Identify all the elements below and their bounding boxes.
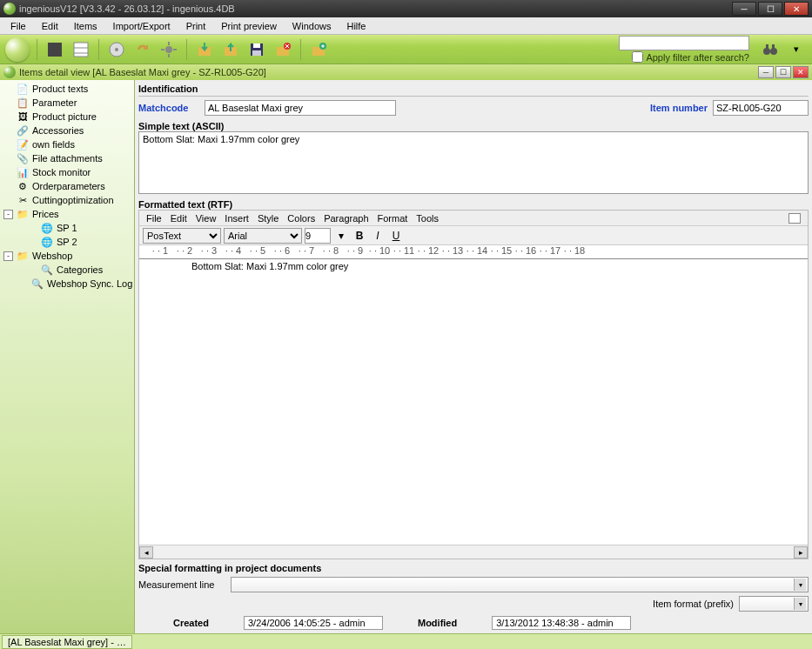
sidebar-item-label: Product picture — [32, 111, 97, 122]
rtf-menu-colors[interactable]: Colors — [287, 213, 315, 224]
menu-import-export[interactable]: Import/Export — [106, 19, 178, 33]
svg-point-6 — [165, 46, 172, 53]
gear-icon[interactable] — [158, 39, 179, 60]
subwin-minimize[interactable]: ─ — [758, 66, 774, 78]
rtf-editor-box: File Edit View Insert Style Colors Parag… — [138, 210, 809, 559]
logo-icon — [5, 37, 30, 62]
save-icon[interactable] — [246, 39, 267, 60]
sidebar-item-label: Orderparameters — [32, 181, 105, 191]
sidebar-item-categories[interactable]: 🔍Categories — [2, 263, 132, 277]
subwin-close[interactable]: ✕ — [793, 66, 809, 78]
rtf-hscroll[interactable]: ◂ ▸ — [139, 545, 808, 559]
itemnumber-input[interactable] — [713, 100, 809, 116]
box-delete-icon[interactable] — [272, 39, 293, 60]
rtf-text: Bottom Slat: Maxi 1.97mm color grey — [191, 261, 348, 271]
rtf-content[interactable]: Bottom Slat: Maxi 1.97mm color grey — [139, 259, 808, 545]
bold-button[interactable]: B — [352, 228, 367, 244]
tree-icon: ⚙ — [17, 180, 29, 192]
sidebar-item-prices[interactable]: -📁Prices — [2, 207, 132, 221]
sidebar-item-label: Parameter — [32, 97, 77, 108]
menubar: File Edit Items Import/Export Print Prin… — [0, 17, 812, 35]
menu-items[interactable]: Items — [67, 19, 104, 33]
sidebar-item-parameter[interactable]: 📋Parameter — [2, 96, 132, 110]
rtf-font-select[interactable]: Arial — [224, 228, 302, 244]
rtf-style-select[interactable]: PosText — [143, 228, 221, 244]
measurement-line-combo[interactable]: ▾ — [231, 577, 809, 592]
search-input[interactable] — [619, 36, 749, 50]
sync-icon[interactable] — [132, 39, 153, 60]
sidebar-item-accessories[interactable]: 🔗Accessories — [2, 124, 132, 137]
minimize-button[interactable]: ─ — [732, 2, 756, 16]
sidebar-item-orderparameters[interactable]: ⚙Orderparameters — [2, 179, 132, 193]
modified-value: 3/13/2012 13:48:38 - admin — [492, 616, 631, 630]
menu-hilfe[interactable]: Hilfe — [339, 19, 372, 33]
grid-light-icon[interactable] — [70, 39, 91, 60]
rtf-menu-view[interactable]: View — [196, 213, 217, 224]
rtf-right-icon[interactable] — [789, 213, 801, 224]
sidebar-item-webshop[interactable]: -📁Webshop — [2, 249, 132, 263]
sidebar-item-sp-1[interactable]: 🌐SP 1 — [2, 221, 132, 235]
box-add-icon[interactable] — [308, 39, 329, 60]
menu-windows[interactable]: Windows — [285, 19, 339, 33]
sidebar-item-file-attachments[interactable]: 📎File attachments — [2, 151, 132, 165]
sidebar-item-product-picture[interactable]: 🖼Product picture — [2, 110, 132, 124]
tree-icon: 📝 — [17, 138, 29, 151]
svg-rect-14 — [253, 43, 260, 48]
svg-rect-1 — [74, 43, 88, 57]
binoculars-icon[interactable] — [760, 39, 781, 60]
menu-file[interactable]: File — [3, 19, 33, 33]
rtf-menu-paragraph[interactable]: Paragraph — [324, 213, 368, 224]
tree-icon: 🌐 — [41, 236, 53, 248]
sidebar-item-webshop-sync.-log[interactable]: 🔍Webshop Sync. Log — [2, 277, 132, 291]
sidebar-item-stock-monitor[interactable]: 📊Stock monitor — [2, 165, 132, 179]
dropdown-icon[interactable]: ▾ — [786, 39, 807, 60]
italic-button[interactable]: I — [370, 228, 386, 244]
disc-icon[interactable] — [106, 39, 127, 60]
modified-label: Modified — [418, 618, 457, 628]
sidebar-item-label: Webshop Sync. Log — [47, 278, 132, 289]
scroll-left-icon[interactable]: ◂ — [139, 546, 153, 559]
subwindow-titlebar: Items detail view [AL Baseslat Maxi grey… — [0, 64, 812, 80]
rtf-menu-tools[interactable]: Tools — [416, 213, 439, 224]
created-value: 3/24/2006 14:05:25 - admin — [244, 616, 383, 630]
underline-button[interactable]: U — [388, 228, 404, 244]
rtf-menu-format[interactable]: Format — [378, 213, 408, 224]
grid-dark-icon[interactable] — [44, 39, 65, 60]
close-button[interactable]: ✕ — [784, 2, 809, 16]
menu-print[interactable]: Print — [179, 19, 213, 33]
rtf-size-input[interactable] — [305, 228, 331, 244]
svg-rect-22 — [766, 44, 768, 50]
sidebar-item-product-texts[interactable]: 📄Product texts — [2, 82, 132, 96]
sidebar-item-label: Prices — [32, 209, 59, 219]
tree-icon: 🔗 — [17, 124, 29, 137]
item-format-combo[interactable]: ▾ — [739, 596, 809, 612]
sidebar-item-cuttingoptimization[interactable]: ✂Cuttingoptimization — [2, 193, 132, 207]
menu-print-preview[interactable]: Print preview — [214, 19, 284, 33]
measurement-line-label: Measurement line — [138, 579, 225, 590]
box-out-icon[interactable] — [220, 39, 241, 60]
rtf-menu-style[interactable]: Style — [258, 213, 278, 224]
app-icon — [3, 3, 16, 15]
scroll-right-icon[interactable]: ▸ — [794, 546, 808, 559]
rtf-menu-file[interactable]: File — [146, 213, 162, 224]
tree-icon: 📁 — [17, 208, 29, 220]
tree-icon: 🔍 — [31, 278, 44, 290]
sidebar-item-label: SP 1 — [57, 223, 77, 233]
simpletext-input[interactable] — [138, 131, 809, 194]
rtf-menu-edit[interactable]: Edit — [171, 213, 187, 224]
content-panel: Identification Matchcode Item number Sim… — [135, 80, 812, 633]
menu-edit[interactable]: Edit — [35, 19, 65, 33]
box-in-icon[interactable] — [194, 39, 215, 60]
simpletext-label: Simple text (ASCII) — [138, 121, 809, 131]
taskbar-item[interactable]: [AL Baseslat Maxi grey] - [SZ-RL005-G — [2, 635, 132, 649]
sidebar-tree: 📄Product texts📋Parameter🖼Product picture… — [0, 80, 135, 633]
apply-filter-checkbox[interactable] — [632, 51, 643, 63]
sidebar-item-sp-2[interactable]: 🌐SP 2 — [2, 235, 132, 249]
rtf-menu-insert[interactable]: Insert — [225, 213, 249, 224]
maximize-button[interactable]: ☐ — [758, 2, 782, 16]
matchcode-input[interactable] — [205, 100, 396, 116]
sidebar-item-own-fields[interactable]: 📝own fields — [2, 137, 132, 151]
rtf-size-dropdown[interactable]: ▾ — [333, 228, 349, 244]
subwin-maximize[interactable]: ☐ — [775, 66, 791, 78]
rtf-menubar: File Edit View Insert Style Colors Parag… — [139, 211, 808, 226]
